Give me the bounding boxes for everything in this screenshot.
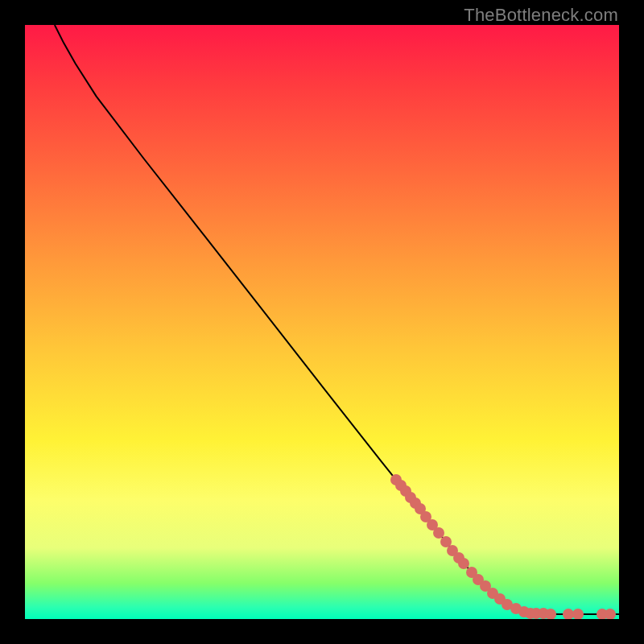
data-marker bbox=[545, 609, 556, 619]
data-marker bbox=[572, 609, 584, 619]
chart-frame: TheBottleneck.com bbox=[0, 0, 644, 644]
attribution-label: TheBottleneck.com bbox=[464, 5, 618, 26]
plot-area bbox=[25, 25, 619, 619]
data-marker bbox=[605, 609, 616, 619]
bottleneck-curve bbox=[25, 25, 619, 619]
